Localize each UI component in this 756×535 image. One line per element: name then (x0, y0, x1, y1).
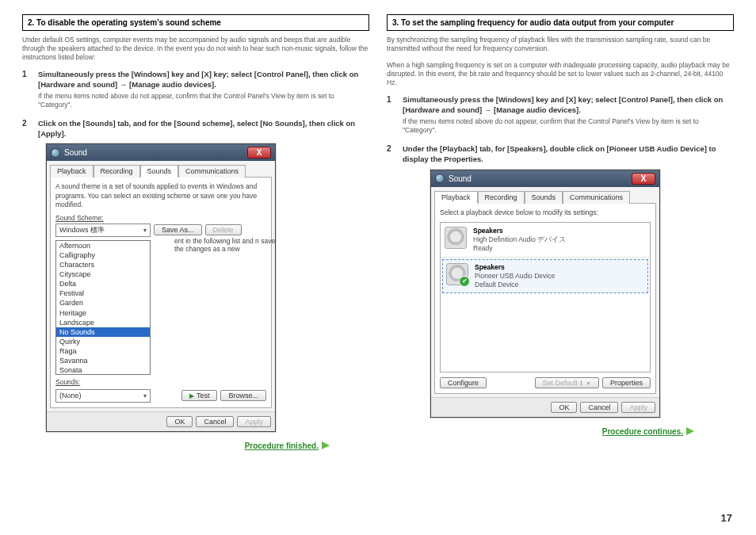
properties-button[interactable]: Properties (602, 377, 651, 388)
scheme-dropdown[interactable]: AfternoonCalligraphyCharactersCityscapeD… (55, 240, 151, 375)
speaker-icon (445, 227, 467, 249)
scheme-label: Sound Scheme: (55, 214, 266, 222)
cancel-button[interactable]: Cancel (196, 416, 234, 427)
chevron-down-icon: ▼ (581, 380, 591, 386)
tab-recording[interactable]: Recording (478, 191, 525, 204)
sound-icon (435, 174, 445, 183)
chevron-down-icon: ▾ (143, 392, 147, 399)
tabstrip: Playback Recording Sounds Communications (434, 190, 656, 204)
section-3-title: 3. To set the sampling frequency for aud… (387, 14, 734, 31)
procedure-continues-badge: Procedure continues. (602, 427, 694, 436)
delete-button[interactable]: Delete (205, 224, 242, 235)
procedure-finished-badge: Procedure finished. (245, 441, 330, 450)
apply-button[interactable]: Apply (237, 416, 271, 427)
page-number: 17 (721, 512, 732, 524)
left-step-2: 2 Click on the [Sounds] tab, and for the… (22, 119, 369, 139)
tabstrip: Playback Recording Sounds Communications (50, 164, 272, 178)
scheme-option[interactable]: No Sounds (56, 327, 150, 337)
sound-icon (51, 148, 60, 158)
triangle-icon (322, 441, 330, 449)
left-column: 2. To disable the operating system's sou… (22, 14, 369, 450)
section-3-intro-1: By synchronizing the sampling frequency … (387, 36, 734, 53)
scheme-option[interactable]: Afternoon (56, 241, 150, 250)
save-as-button[interactable]: Save As... (154, 224, 202, 235)
section-3-intro-2: When a high sampling frequency is set on… (387, 61, 734, 87)
scheme-option[interactable]: Savanna (56, 356, 150, 365)
device-list[interactable]: SpeakersHigh Definition Audio デバイスReadyS… (440, 222, 651, 373)
scheme-option[interactable]: Landscape (56, 318, 150, 327)
tab-sounds[interactable]: Sounds (525, 191, 563, 204)
titlebar[interactable]: Sound X (431, 170, 659, 187)
right-column: 3. To set the sampling frequency for aud… (387, 14, 734, 450)
tab-communications[interactable]: Communications (563, 191, 630, 204)
dialog-title: Sound (449, 174, 472, 183)
browse-button[interactable]: Browse... (220, 390, 266, 401)
left-step-1: 1 Simultaneously press the [Windows] key… (22, 70, 369, 116)
scheme-option[interactable]: Delta (56, 279, 150, 289)
set-default-button[interactable]: Set Default▼ (535, 377, 599, 388)
test-button[interactable]: Test (181, 390, 218, 401)
device-item[interactable]: SpeakersHigh Definition Audio デバイスReady (441, 223, 650, 258)
device-item[interactable]: SpeakersPioneer USB Audio DeviceDefault … (442, 259, 648, 293)
triangle-icon (686, 427, 694, 435)
scheme-option[interactable]: Sonata (56, 365, 150, 374)
scheme-option[interactable]: Characters (56, 260, 150, 269)
apply-button[interactable]: Apply (621, 402, 655, 413)
configure-button[interactable]: Configure (440, 377, 487, 388)
scheme-select[interactable]: Windows 標準 ▾ (55, 224, 151, 237)
scheme-option[interactable]: Heritage (56, 308, 150, 318)
sounds-desc: A sound theme is a set of sounds applied… (55, 182, 266, 208)
ok-button[interactable]: OK (166, 416, 193, 427)
tab-communications[interactable]: Communications (178, 165, 246, 178)
tab-playback[interactable]: Playback (50, 165, 94, 178)
partial-hint-text: ent in the following list and n save the… (174, 237, 281, 254)
tab-playback[interactable]: Playback (434, 191, 478, 204)
playback-desc: Select a playback device below to modify… (440, 208, 651, 217)
speaker-icon (446, 263, 468, 285)
scheme-option[interactable]: Raga (56, 346, 150, 356)
chevron-down-icon: ▾ (143, 227, 147, 234)
scheme-option[interactable]: Garden (56, 298, 150, 308)
right-step-1: 1 Simultaneously press the [Windows] key… (387, 95, 734, 141)
sound-dialog-sounds: Sound X Playback Recording Sounds Commun… (46, 143, 276, 431)
ok-button[interactable]: OK (551, 402, 577, 413)
scheme-option[interactable]: Cityscape (56, 269, 150, 279)
scheme-option[interactable]: Quirky (56, 337, 150, 346)
tab-sounds[interactable]: Sounds (140, 165, 179, 178)
right-step-2: 2 Under the [Playback] tab, for [Speaker… (387, 144, 734, 165)
sound-dialog-playback: Sound X Playback Recording Sounds Commun… (430, 170, 660, 418)
close-icon[interactable]: X (247, 147, 271, 159)
close-icon[interactable]: X (632, 173, 655, 185)
section-2-title: 2. To disable the operating system's sou… (22, 14, 369, 31)
scheme-option[interactable]: Festival (56, 289, 150, 298)
section-2-intro: Under default OS settings, computer even… (22, 36, 369, 62)
dialog-title: Sound (64, 148, 87, 157)
scheme-option[interactable]: Calligraphy (56, 250, 150, 260)
sounds-select[interactable]: (None) ▾ (55, 389, 151, 403)
sounds-label: Sounds: (55, 378, 266, 386)
titlebar[interactable]: Sound X (47, 144, 275, 161)
cancel-button[interactable]: Cancel (580, 402, 618, 413)
tab-recording[interactable]: Recording (94, 165, 140, 178)
